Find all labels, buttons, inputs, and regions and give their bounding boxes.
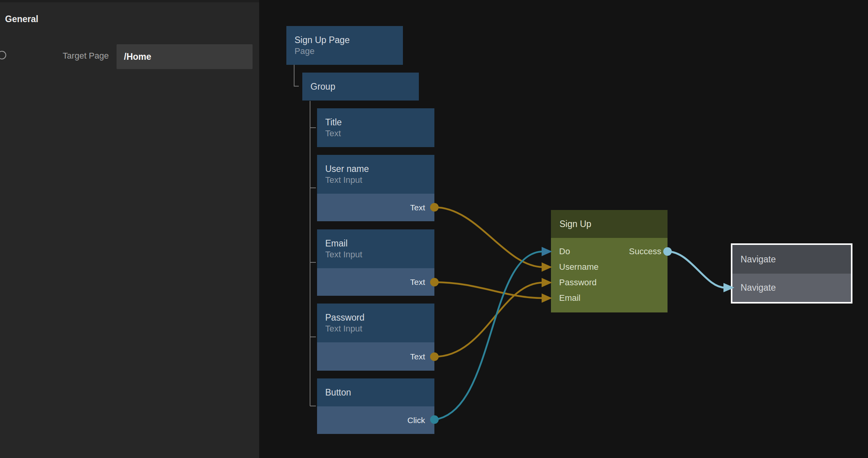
wire-signup-success-to-navigate[interactable] (668, 252, 725, 288)
node-title-text[interactable]: Title Text (317, 108, 434, 147)
input-port-password[interactable]: Password (559, 278, 597, 288)
output-port-success[interactable]: Success (629, 246, 661, 257)
node-subtitle: Text Input (325, 175, 434, 186)
node-title: Password (325, 312, 434, 323)
target-page-label: Target Page (35, 51, 109, 61)
node-subtitle: Page (295, 46, 403, 57)
output-port-click[interactable]: Click (317, 406, 434, 434)
node-email[interactable]: Email Text Input Text (317, 229, 434, 296)
arrowhead-email (542, 293, 552, 303)
node-user-name[interactable]: User name Text Input Text (317, 155, 434, 221)
node-subtitle: Text (325, 128, 434, 139)
input-port-email[interactable]: Email (559, 293, 580, 303)
node-subtitle: Text Input (325, 323, 434, 334)
input-port-username[interactable]: Username (559, 262, 598, 272)
properties-panel: General Target Page /Home (0, 0, 259, 458)
node-title: Sign Up Page (295, 34, 403, 46)
node-group[interactable]: Group (302, 73, 419, 101)
node-title: Sign Up (559, 219, 591, 229)
arrowhead-username (542, 262, 552, 272)
output-port-text[interactable]: Text (317, 342, 434, 371)
node-title: Navigate (741, 254, 776, 265)
tree-connector-lines (294, 65, 316, 406)
node-sign-up-page[interactable]: Sign Up Page Page (286, 26, 403, 65)
app-window: General Target Page /Home Sign Up Page P… (0, 0, 868, 458)
wire-button-click-to-signup-do[interactable] (434, 252, 543, 420)
wire-email-text-to-signup-email[interactable] (434, 282, 543, 298)
node-title: Email (325, 238, 434, 249)
target-page-value: /Home (124, 52, 151, 62)
input-port-do[interactable]: Do (559, 246, 570, 257)
panel-title: General (5, 14, 38, 24)
wire-password-text-to-signup-password[interactable] (434, 283, 543, 357)
node-button[interactable]: Button Click (317, 378, 434, 434)
node-title: Button (325, 387, 434, 398)
node-title: User name (325, 163, 434, 175)
circle-icon[interactable] (0, 51, 6, 59)
target-page-input[interactable]: /Home (117, 44, 253, 69)
node-title: Group (310, 81, 419, 92)
node-password[interactable]: Password Text Input Text (317, 304, 434, 371)
node-subtitle: Text Input (325, 249, 434, 260)
input-port-navigate[interactable]: Navigate (741, 283, 776, 293)
node-title: Title (325, 116, 434, 128)
output-port-text[interactable]: Text (317, 268, 434, 296)
node-sign-up-action[interactable]: Sign Up Do Success Username Password Ema… (551, 210, 668, 312)
node-navigate[interactable]: Navigate Navigate (731, 243, 852, 304)
arrowhead-do (542, 247, 552, 256)
output-port-text[interactable]: Text (317, 194, 434, 221)
arrowhead-password (542, 278, 552, 287)
wire-username-text-to-signup-username[interactable] (434, 207, 543, 267)
